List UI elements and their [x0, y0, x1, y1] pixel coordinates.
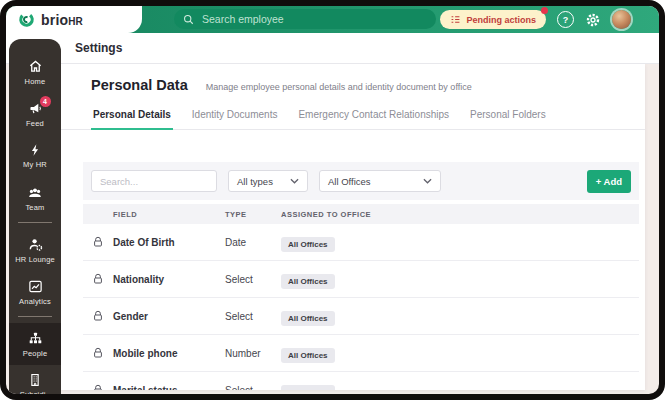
brand-suffix: HR	[68, 16, 82, 27]
avatar[interactable]	[612, 10, 631, 29]
office-badge: All Offices	[281, 311, 335, 326]
tab-bar: Personal Details Identity Documents Emer…	[61, 109, 645, 130]
col-office: ASSIGNED TO OFFICE	[281, 210, 639, 219]
lock-icon	[83, 384, 113, 390]
tab-emergency-contact-relationships[interactable]: Emergency Contact Relationships	[296, 109, 451, 130]
table-row[interactable]: Marital status Select All Offices	[83, 372, 639, 390]
add-button[interactable]: + Add	[587, 170, 631, 193]
lock-icon	[83, 310, 113, 322]
pending-list-icon	[450, 14, 461, 25]
swirl-logo-icon	[18, 11, 35, 28]
filter-bar: All types All Offices + Add	[83, 162, 639, 200]
sidebar-divider	[18, 316, 52, 317]
sidebar-item-analytics[interactable]: Analytics	[9, 271, 61, 313]
col-type: TYPE	[225, 210, 281, 219]
sidebar-item-people[interactable]: People	[9, 323, 61, 365]
sidebar-item-home[interactable]: Home	[9, 51, 61, 93]
building-icon	[28, 373, 42, 387]
sidebar-divider	[18, 222, 52, 223]
field-name: Date Of Birth	[113, 237, 225, 248]
field-name: Gender	[113, 311, 225, 322]
megaphone-icon: 4	[28, 101, 43, 116]
col-field: FIELD	[113, 210, 225, 219]
field-type: Number	[225, 348, 281, 359]
notification-dot	[541, 7, 548, 14]
global-search-input[interactable]	[200, 12, 427, 26]
sidebar-item-team[interactable]: Team	[9, 177, 61, 219]
page-head: Personal Data Manage employee personal d…	[61, 64, 645, 93]
window-frame: Pending actions ? brio HR S	[0, 0, 665, 400]
office-badge: All Offices	[281, 237, 335, 252]
field-type: Select	[225, 274, 281, 285]
settings-header-bar: Settings	[6, 33, 659, 64]
office-badge: All Offices	[281, 348, 335, 363]
settings-title: Settings	[75, 41, 122, 55]
sidebar-item-feed[interactable]: 4 Feed	[9, 93, 61, 135]
office-badge: All Offices	[281, 274, 335, 289]
field-name: Nationality	[113, 274, 225, 285]
fields-table: FIELD TYPE ASSIGNED TO OFFICE Date Of Bi…	[83, 204, 639, 390]
office-badge: All Offices	[281, 385, 335, 391]
pending-actions-button[interactable]: Pending actions	[440, 10, 546, 29]
global-search[interactable]	[174, 9, 436, 29]
sidebar: Home 4 Feed My HR Team	[9, 39, 61, 394]
brand-logo[interactable]: brio HR	[6, 6, 142, 33]
sidebar-item-hr-lounge[interactable]: HR Lounge	[9, 229, 61, 271]
pending-actions-label: Pending actions	[466, 15, 536, 25]
app-window: Pending actions ? brio HR S	[0, 0, 665, 400]
lock-icon	[83, 236, 113, 248]
table-row[interactable]: Date Of Birth Date All Offices	[83, 224, 639, 261]
search-icon	[183, 14, 194, 25]
sidebar-item-my-hr[interactable]: My HR	[9, 135, 61, 177]
tab-personal-details[interactable]: Personal Details	[91, 109, 173, 130]
table-row[interactable]: Gender Select All Offices	[83, 298, 639, 335]
field-name: Mobile phone	[113, 348, 225, 359]
field-type: Select	[225, 385, 281, 391]
field-search-input[interactable]	[91, 170, 217, 192]
lock-icon	[83, 273, 113, 285]
team-icon	[27, 185, 43, 200]
org-chart-icon	[28, 331, 43, 346]
field-type: Date	[225, 237, 281, 248]
brand-name: brio	[41, 12, 68, 28]
person-gear-icon	[28, 237, 43, 252]
sidebar-item-subsidiaries[interactable]: Subsidi..	[9, 365, 61, 400]
tab-identity-documents[interactable]: Identity Documents	[190, 109, 280, 130]
office-filter-select[interactable]: All Offices	[319, 170, 441, 192]
home-icon	[28, 59, 43, 74]
chevron-down-icon	[423, 178, 432, 184]
page-subtitle: Manage employee personal details and ide…	[206, 82, 472, 92]
content-card: Personal Data Manage employee personal d…	[61, 64, 645, 390]
lock-icon	[83, 347, 113, 359]
table-row[interactable]: Nationality Select All Offices	[83, 261, 639, 298]
page-title: Personal Data	[91, 77, 188, 93]
tab-personal-folders[interactable]: Personal Folders	[468, 109, 548, 130]
gear-icon[interactable]	[585, 12, 601, 28]
chart-icon	[28, 279, 43, 294]
chevron-down-icon	[290, 178, 299, 184]
type-filter-select[interactable]: All types	[228, 170, 308, 192]
lightning-icon	[28, 143, 42, 157]
field-name: Marital status	[113, 385, 225, 391]
topbar-actions: Pending actions ?	[440, 6, 631, 33]
help-icon[interactable]: ?	[557, 11, 574, 28]
field-type: Select	[225, 311, 281, 322]
table-header: FIELD TYPE ASSIGNED TO OFFICE	[83, 204, 639, 224]
table-row[interactable]: Mobile phone Number All Offices	[83, 335, 639, 372]
feed-badge: 4	[40, 96, 51, 107]
